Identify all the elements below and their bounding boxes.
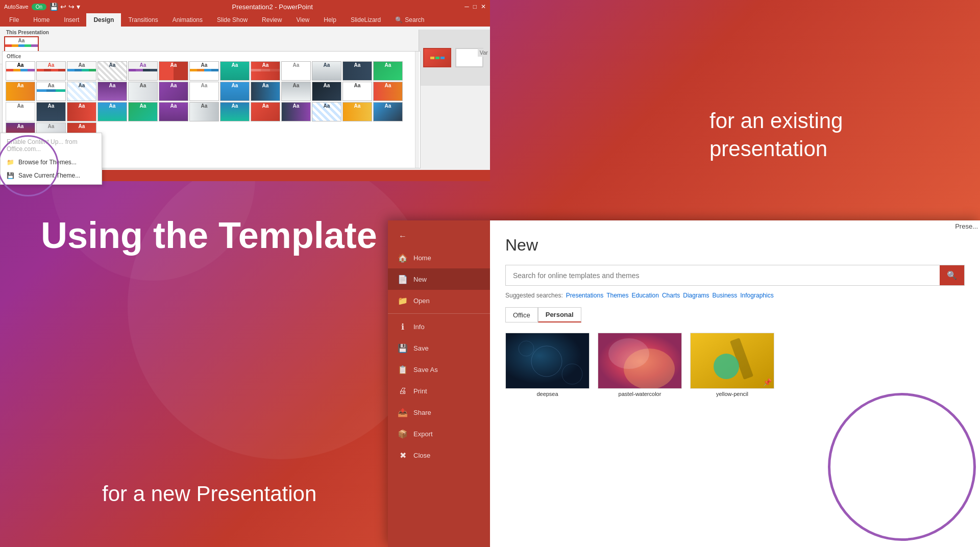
theme-34[interactable]: Aa	[220, 102, 250, 121]
theme-3[interactable]: Aa	[67, 61, 96, 81]
suggested-presentations[interactable]: Presentations	[566, 292, 603, 299]
sidebar-share[interactable]: 📤 Share	[388, 402, 490, 423]
theme-10[interactable]: Aa	[281, 61, 311, 81]
ppt-new-window: ← 🏠 Home 📄 New 📁 Open ℹ Info 💾 Save 📋 Sa…	[388, 220, 980, 547]
sidebar-save[interactable]: 💾 Save	[388, 337, 490, 359]
theme-6[interactable]: Aa	[159, 61, 188, 81]
suggested-themes[interactable]: Themes	[606, 292, 628, 299]
tab-transitions[interactable]: Transitions	[121, 13, 165, 27]
tab-view[interactable]: View	[289, 13, 316, 27]
sidebar-print[interactable]: 🖨 Print	[388, 380, 490, 402]
sidebar-export[interactable]: 📦 Export	[388, 423, 490, 444]
template-search-input[interactable]	[506, 266, 940, 285]
tab-help[interactable]: Help	[316, 13, 344, 27]
theme-21[interactable]: Aa	[220, 82, 250, 101]
suggested-diagrams[interactable]: Diagrams	[683, 292, 709, 299]
theme-25[interactable]: Aa	[342, 82, 372, 101]
tab-design[interactable]: Design	[86, 13, 121, 27]
theme-9[interactable]: Aa	[251, 61, 280, 81]
theme-26[interactable]: Aa	[373, 82, 403, 101]
sidebar-back[interactable]: ←	[388, 226, 490, 247]
tab-slideshow[interactable]: Slide Show	[210, 13, 255, 27]
theme-30[interactable]: Aa	[97, 102, 127, 121]
slide-thumb-1[interactable]	[423, 48, 451, 67]
sidebar-home[interactable]: 🏠 Home	[388, 247, 490, 268]
search-label: Search	[405, 16, 424, 23]
template-search-button[interactable]: 🔍	[940, 265, 964, 285]
theme-20[interactable]: Aa	[189, 82, 219, 101]
tab-insert[interactable]: Insert	[57, 13, 86, 27]
theme-7[interactable]: Aa	[189, 61, 219, 81]
template-search-bar: 🔍	[505, 265, 965, 286]
theme-13[interactable]: Aa	[373, 61, 403, 81]
sidebar-info[interactable]: ℹ Info	[388, 316, 490, 337]
theme-22[interactable]: Aa	[251, 82, 280, 101]
theme-35[interactable]: Aa	[251, 102, 280, 121]
theme-15[interactable]: Aa	[36, 82, 66, 101]
sidebar-close-icon: ✖	[398, 451, 407, 460]
sidebar-divider-1	[388, 313, 490, 314]
theme-24[interactable]: Aa	[312, 82, 341, 101]
sidebar-close[interactable]: ✖ Close	[388, 444, 490, 466]
dropdown-browse-themes[interactable]: 📁 Browse for Themes...	[1, 156, 102, 169]
theme-14[interactable]: Aa	[6, 82, 35, 101]
theme-37[interactable]: Aa	[312, 102, 341, 121]
sidebar-new[interactable]: 📄 New	[388, 268, 490, 290]
suggested-infographics[interactable]: Infographics	[740, 292, 773, 299]
template-thumb-deepsea	[505, 333, 590, 389]
tab-slidelizard[interactable]: SlideLizard	[344, 13, 388, 27]
theme-11[interactable]: Aa	[312, 61, 341, 81]
theme-32[interactable]: Aa	[159, 102, 188, 121]
theme-38[interactable]: Aa	[342, 102, 372, 121]
tab-search[interactable]: 🔍 Search	[388, 13, 431, 27]
template-pastel-watercolor[interactable]: pastel-watercolor	[598, 333, 682, 397]
suggested-charts[interactable]: Charts	[662, 292, 680, 299]
theme-4[interactable]: Aa	[97, 61, 127, 81]
theme-39[interactable]: Aa	[373, 102, 403, 121]
theme-27[interactable]: Aa	[6, 102, 35, 121]
sidebar-saveas-label: Save As	[413, 366, 438, 374]
tab-review[interactable]: Review	[255, 13, 289, 27]
undo-icon[interactable]: ↩	[60, 3, 66, 11]
theme-29[interactable]: Aa	[67, 102, 96, 121]
open-icon: 📁	[398, 296, 407, 305]
close-icon[interactable]: ✕	[481, 3, 486, 10]
theme-23[interactable]: Aa	[281, 82, 311, 101]
tab-home[interactable]: Home	[26, 13, 57, 27]
theme-33[interactable]: Aa	[189, 102, 219, 121]
dropdown-save-theme[interactable]: 💾 Save Current Theme...	[1, 169, 102, 182]
suggested-education[interactable]: Education	[632, 292, 659, 299]
theme-17[interactable]: Aa	[97, 82, 127, 101]
template-deepsea[interactable]: deepsea	[505, 333, 590, 397]
template-yellow-pencil[interactable]: yellow-pencil 📌 yellow-pencil	[690, 333, 774, 397]
theme-36[interactable]: Aa	[281, 102, 311, 121]
theme-2[interactable]: Aa	[36, 61, 66, 81]
redo-icon[interactable]: ↪	[68, 3, 75, 11]
theme-19[interactable]: Aa	[159, 82, 188, 101]
minimize-icon[interactable]: ─	[464, 3, 469, 10]
sidebar-saveas[interactable]: 📋 Save As	[388, 359, 490, 380]
themes-scrollbar[interactable]	[415, 52, 419, 168]
theme-8[interactable]: Aa	[220, 61, 250, 81]
filter-tab-office[interactable]: Office	[505, 307, 538, 322]
customize-qat-icon[interactable]: ▾	[77, 3, 80, 11]
theme-16[interactable]: Aa	[67, 82, 96, 101]
theme-5[interactable]: Aa	[128, 61, 158, 81]
autosave-bar: AutoSave On 💾 ↩ ↪ ▾ Presentation2 - Powe…	[0, 0, 490, 13]
theme-28[interactable]: Aa	[36, 102, 66, 121]
filter-tab-personal[interactable]: Personal	[538, 307, 581, 322]
theme-office[interactable]: Aa	[6, 61, 35, 81]
pin-icon[interactable]: 📌	[763, 378, 772, 386]
tab-file[interactable]: File	[2, 13, 26, 27]
suggested-business[interactable]: Business	[713, 292, 738, 299]
sidebar-home-label: Home	[413, 254, 431, 262]
theme-31[interactable]: Aa	[128, 102, 158, 121]
autosave-toggle[interactable]: On	[32, 4, 46, 10]
tab-animations[interactable]: Animations	[165, 13, 210, 27]
theme-18[interactable]: Aa	[128, 82, 158, 101]
top-right-overlay-text: for an existingpresentation	[709, 107, 965, 163]
save-icon[interactable]: 💾	[50, 3, 58, 11]
maximize-icon[interactable]: □	[473, 3, 477, 10]
theme-12[interactable]: Aa	[342, 61, 372, 81]
sidebar-open[interactable]: 📁 Open	[388, 290, 490, 311]
